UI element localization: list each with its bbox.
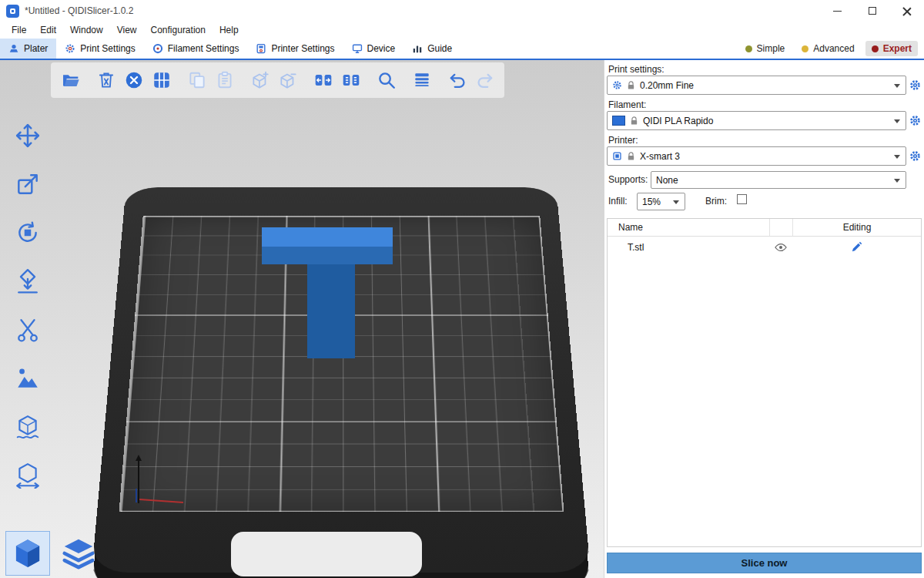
tab-plater[interactable]: Plater — [0, 39, 56, 59]
tab-guide[interactable]: Guide — [403, 39, 460, 59]
printer-gear-button[interactable] — [908, 148, 922, 163]
add-instance-button[interactable] — [247, 65, 273, 96]
mode-advanced[interactable]: Advanced — [795, 41, 860, 56]
redo-button[interactable] — [472, 65, 497, 96]
tab-print-settings-label: Print Settings — [80, 43, 135, 54]
remove-instance-button[interactable] — [275, 65, 300, 96]
remove-instance-icon — [278, 70, 298, 90]
tab-device[interactable]: Device — [343, 39, 404, 59]
printer-combo[interactable]: X-smart 3 — [607, 146, 906, 166]
printer-label: Printer: — [608, 135, 638, 146]
object-name: T.stl — [608, 242, 769, 253]
open-project-button[interactable] — [58, 65, 83, 96]
undo-button[interactable] — [444, 65, 470, 96]
mode-switcher: Simple Advanced Expert — [739, 39, 924, 59]
copy-button[interactable] — [184, 65, 209, 96]
printer-value: X-smart 3 — [640, 151, 890, 162]
object-list-row[interactable]: T.stl — [608, 237, 921, 257]
place-on-face-icon — [15, 268, 41, 294]
menu-help[interactable]: Help — [213, 22, 246, 39]
split-to-parts-button[interactable] — [338, 65, 363, 96]
minimize-button[interactable] — [820, 0, 855, 22]
gear-icon — [909, 79, 921, 91]
filament-gear-button[interactable] — [908, 113, 922, 128]
paint-supports-tool-button[interactable] — [9, 361, 46, 395]
z-axis-indicator — [138, 460, 139, 503]
supports-combo[interactable]: None — [651, 171, 906, 189]
search-button[interactable] — [373, 65, 399, 96]
place-on-face-tool-button[interactable] — [9, 264, 46, 298]
close-icon — [902, 7, 911, 15]
main-tabbar: Plater Print Settings Filament Settings … — [0, 39, 924, 60]
3d-view-cube-icon — [11, 536, 45, 570]
close-button[interactable] — [889, 0, 924, 22]
move-tool-button[interactable] — [9, 119, 46, 153]
undo-icon — [447, 70, 467, 90]
tab-printer-settings[interactable]: Printer Settings — [247, 39, 343, 59]
brim-checkbox[interactable] — [737, 194, 747, 204]
model-t-front-face — [262, 247, 393, 264]
paste-button[interactable] — [212, 65, 237, 96]
3d-editor-view-button[interactable] — [5, 531, 50, 576]
mode-simple[interactable]: Simple — [739, 41, 792, 56]
object-editing-button[interactable] — [792, 241, 921, 253]
eye-icon — [775, 243, 787, 252]
lock-icon — [630, 116, 638, 126]
infill-combo[interactable]: 15% — [637, 193, 685, 210]
delete-all-button[interactable] — [121, 65, 146, 96]
mode-expert-label: Expert — [883, 43, 912, 54]
mode-expert-dot-icon — [872, 45, 879, 52]
delete-all-icon — [124, 70, 144, 90]
maximize-icon — [869, 7, 876, 15]
maximize-button[interactable] — [855, 0, 889, 22]
print-settings-gear-button[interactable] — [908, 77, 922, 92]
print-settings-icon — [65, 43, 75, 54]
tab-device-label: Device — [367, 43, 396, 54]
arrange-icon — [152, 70, 172, 90]
menu-window[interactable]: Window — [63, 22, 110, 39]
seam-painting-tool-button[interactable] — [9, 410, 46, 444]
menu-configuration[interactable]: Configuration — [144, 22, 213, 39]
menu-view[interactable]: View — [110, 22, 144, 39]
object-list-header: Name Editing — [608, 219, 921, 237]
scale-tool-button[interactable] — [9, 167, 46, 201]
paste-icon — [215, 70, 235, 90]
print-settings-label: Print settings: — [608, 64, 665, 75]
window-controls — [820, 0, 924, 22]
object-list: Name Editing T.stl — [607, 218, 922, 547]
preview-view-button[interactable] — [56, 531, 101, 576]
filament-combo[interactable]: QIDI PLA Rapido — [607, 111, 906, 130]
window-titlebar: *Untitled - QIDISlicer-1.0.2 — [0, 0, 924, 22]
gear-icon — [909, 115, 921, 126]
menu-edit[interactable]: Edit — [33, 22, 63, 39]
mode-expert[interactable]: Expert — [865, 41, 918, 56]
minimize-icon — [833, 11, 842, 12]
lock-icon — [627, 152, 635, 161]
model-t-stem — [307, 264, 355, 358]
cut-tool-button[interactable] — [9, 313, 46, 347]
split-to-objects-button[interactable] — [310, 65, 336, 96]
rotate-icon — [15, 220, 41, 246]
delete-button[interactable] — [93, 65, 119, 96]
plater-icon — [8, 43, 19, 54]
mode-advanced-label: Advanced — [813, 43, 854, 54]
slice-now-button[interactable]: Slice now — [607, 553, 922, 573]
menu-file[interactable]: File — [5, 22, 33, 39]
column-visibility-header — [769, 219, 792, 236]
redo-icon — [475, 70, 495, 90]
measure-tool-button[interactable] — [9, 459, 46, 492]
tab-filament-settings[interactable]: Filament Settings — [144, 39, 248, 59]
object-visibility-toggle[interactable] — [769, 243, 792, 252]
viewport-canvas[interactable] — [0, 60, 604, 578]
print-settings-combo[interactable]: 0.20mm Fine — [607, 76, 906, 95]
arrange-button[interactable] — [149, 65, 174, 96]
model-t-top-face — [262, 227, 393, 247]
tab-filament-settings-label: Filament Settings — [168, 43, 239, 54]
mode-advanced-dot-icon — [802, 45, 808, 52]
tab-print-settings[interactable]: Print Settings — [56, 39, 143, 59]
variable-layer-height-button[interactable] — [409, 65, 434, 96]
main-area: Print settings: 0.20mm Fine Filament: QI… — [0, 60, 924, 578]
infill-label: Infill: — [608, 196, 628, 207]
gear-icon — [909, 150, 921, 162]
rotate-tool-button[interactable] — [9, 216, 46, 250]
